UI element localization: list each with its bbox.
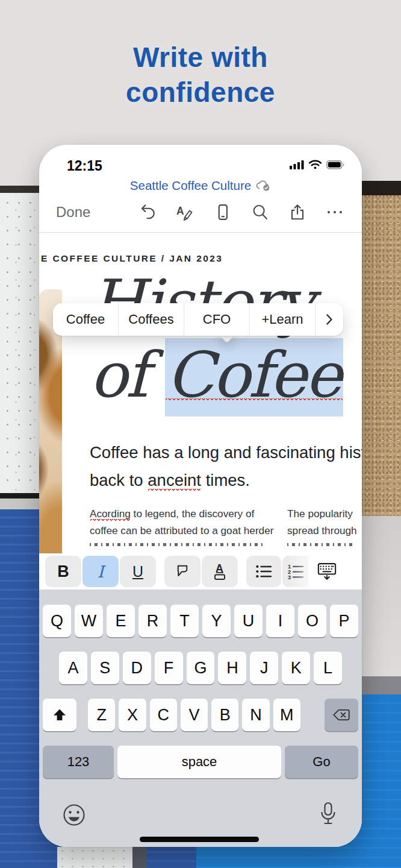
keyboard-key[interactable]: E [107,605,135,637]
go-key[interactable]: Go [285,746,358,778]
background-bottom-panel [57,847,132,868]
home-indicator[interactable] [140,837,259,842]
keyboard-key[interactable]: O [298,605,326,637]
misspelled-word: Acording [90,508,131,520]
emoji-icon[interactable] [61,802,87,828]
keyboard-key[interactable]: F [155,652,183,684]
breadcrumb: E COFFEE CULTURE / JAN 2023 [41,253,223,264]
document-paragraph: Coffee has a long and fascinating histor… [90,439,362,494]
font-color-icon[interactable]: A [202,556,238,587]
keyboard-key[interactable]: J [250,652,278,684]
background-bottom-edge [132,847,147,868]
clipped-text-line [90,543,266,546]
hero-title: Write with confidence [0,40,401,110]
keyboard-key[interactable]: B [211,699,238,731]
keyboard-key[interactable]: C [150,699,177,731]
keyboard-key[interactable]: X [119,699,146,731]
keyboard-key[interactable]: Y [202,605,231,637]
numbers-key[interactable]: 123 [43,746,114,778]
keyboard-key[interactable]: L [314,652,342,684]
keyboard-key[interactable]: H [218,652,246,684]
mobile-view-icon[interactable] [214,203,232,221]
wifi-icon [308,160,322,169]
misspelled-word: anceint [148,471,201,489]
suggestion-item[interactable]: CFO [184,303,249,336]
top-toolbar: Done A [39,199,362,227]
keyboard-key[interactable]: Z [88,699,115,731]
keyboard-key[interactable]: A [59,652,87,684]
keyboard-key[interactable]: N [242,699,269,731]
cloud-check-icon [255,180,271,192]
heading-line-2: of Cofee [90,339,343,411]
dismiss-keyboard-icon[interactable] [314,559,340,583]
highlighter-icon[interactable] [164,556,200,587]
keyboard-key[interactable]: S [91,652,119,684]
keyboard-key[interactable]: R [138,605,167,637]
suggestion-popup: CoffeeCoffeesCFO+Learn [53,303,343,336]
selected-misspelled-word[interactable]: Cofee [165,338,343,417]
bullet-list-icon[interactable] [246,556,281,587]
suggestion-item[interactable]: Coffees [118,303,184,336]
space-key[interactable]: space [117,746,281,778]
document-title[interactable]: Seattle Coffee Culture [130,178,251,193]
shift-icon[interactable] [43,699,76,731]
battery-icon [326,160,345,169]
mic-icon[interactable] [316,800,340,829]
clipped-text-line [287,543,355,546]
search-icon[interactable] [251,203,269,221]
keyboard-key[interactable]: D [123,652,151,684]
keyboard-key[interactable]: P [330,605,358,637]
undo-icon[interactable] [139,203,157,221]
keyboard-key[interactable]: G [187,652,215,684]
keyboard-key[interactable]: V [181,699,208,731]
keyboard: QWERTYUIOP ASDFGHJKL ZXCVBNM 123 space G… [39,590,362,847]
proofing-pen-icon[interactable]: A [175,203,193,221]
document-heading: History of Cofee [90,266,343,411]
status-time: 12:15 [67,158,102,174]
underline-button[interactable]: U [120,556,156,587]
column-left: Acording to legend, the discovery of cof… [90,505,266,546]
status-icons [290,160,345,169]
keyboard-key[interactable]: W [75,605,103,637]
keyboard-key[interactable]: M [273,699,300,731]
more-icon[interactable] [326,207,344,225]
suggestion-item[interactable]: Coffee [53,303,118,336]
done-button[interactable]: Done [56,204,90,221]
keyboard-key[interactable]: K [282,652,310,684]
document-page[interactable]: E COFFEE CULTURE / JAN 2023 History of C… [39,233,362,553]
column-right: The popularity spread through [287,505,362,546]
format-bar: B I U A 123 [39,553,362,590]
phone-mockup: 12:15 Seattle Coffee Culture [39,145,362,847]
keyboard-key[interactable]: Q [43,605,71,637]
keyboard-key[interactable]: I [266,605,294,637]
cellular-signal-icon [290,160,304,169]
keyboard-key[interactable]: U [234,605,263,637]
italic-button-active[interactable]: I [82,556,119,587]
chevron-right-icon[interactable] [315,303,343,336]
backspace-icon[interactable] [325,699,358,731]
share-icon[interactable] [288,203,306,221]
bold-button[interactable]: B [45,556,81,587]
keyboard-key[interactable]: T [170,605,199,637]
document-title-row: Seattle Coffee Culture [39,178,362,193]
suggestion-item[interactable]: +Learn [249,303,315,336]
svg-text:A: A [176,205,184,217]
